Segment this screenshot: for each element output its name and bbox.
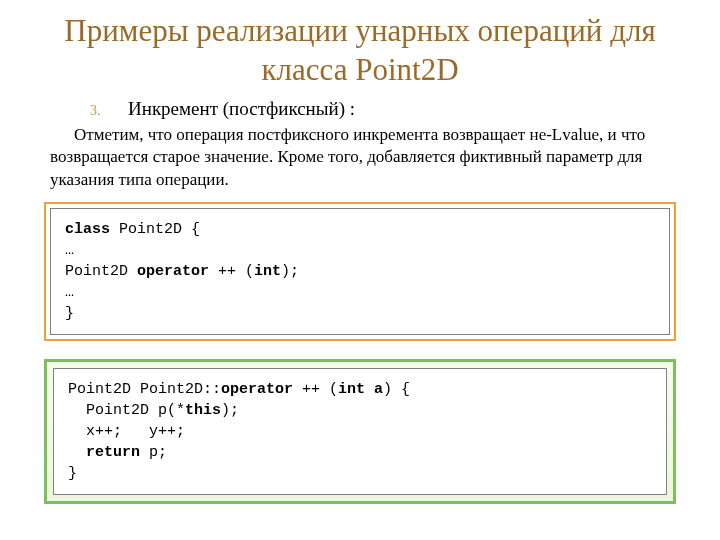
code-block-declaration: class Point2D { … Point2D operator ++ (i… xyxy=(44,202,676,341)
slide: Примеры реализации унарных операций для … xyxy=(0,0,720,540)
code-text: ) { xyxy=(383,381,410,398)
code-keyword: int xyxy=(254,263,281,280)
code-keyword: return xyxy=(86,444,140,461)
bullet-text: Инкремент (постфиксный) : xyxy=(128,98,355,120)
code-text: … xyxy=(65,284,74,301)
code-text: ++ ( xyxy=(209,263,254,280)
code-keyword: operator xyxy=(221,381,293,398)
code-text: Point2D p(* xyxy=(68,402,185,419)
bullet-item: 3. Инкремент (постфиксный) : xyxy=(90,98,720,120)
code-text: Point2D { xyxy=(110,221,200,238)
code-keyword: int a xyxy=(338,381,383,398)
code-text: ); xyxy=(221,402,239,419)
code-text: } xyxy=(65,305,74,322)
code-block-inner: class Point2D { … Point2D operator ++ (i… xyxy=(50,208,670,335)
code-text: p; xyxy=(140,444,167,461)
code-text: } xyxy=(68,465,77,482)
body-paragraph: Отметим, что операция постфиксного инкре… xyxy=(50,124,670,193)
code-text: Point2D xyxy=(65,263,137,280)
page-title: Примеры реализации унарных операций для … xyxy=(40,12,680,90)
code-text: Point2D Point2D:: xyxy=(68,381,221,398)
code-text xyxy=(68,444,86,461)
bullet-number: 3. xyxy=(90,103,106,119)
code-text: ++ ( xyxy=(293,381,338,398)
code-block-definition: Point2D Point2D::operator ++ (int a) { P… xyxy=(44,359,676,504)
code-keyword: operator xyxy=(137,263,209,280)
code-block-inner: Point2D Point2D::operator ++ (int a) { P… xyxy=(53,368,667,495)
code-text: x++; y++; xyxy=(68,423,185,440)
code-text: … xyxy=(65,242,74,259)
code-keyword: this xyxy=(185,402,221,419)
code-keyword: class xyxy=(65,221,110,238)
code-text: ); xyxy=(281,263,299,280)
